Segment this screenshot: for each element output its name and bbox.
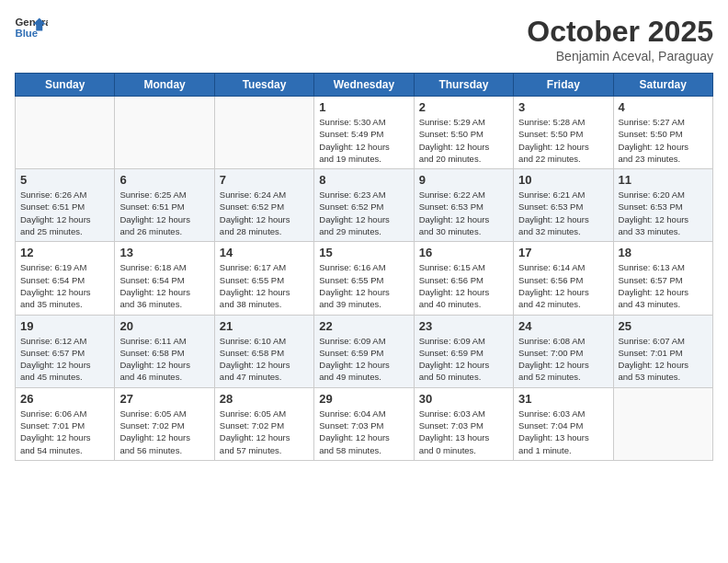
- calendar-cell: 6Sunrise: 6:25 AM Sunset: 6:51 PM Daylig…: [115, 169, 214, 242]
- calendar-cell: 30Sunrise: 6:03 AM Sunset: 7:03 PM Dayli…: [414, 387, 513, 460]
- day-number: 9: [419, 173, 508, 187]
- day-number: 18: [619, 246, 708, 259]
- day-number: 13: [119, 246, 209, 259]
- calendar-cell: 5Sunrise: 6:26 AM Sunset: 6:51 PM Daylig…: [16, 169, 115, 242]
- calendar-cell: 29Sunrise: 6:04 AM Sunset: 7:03 PM Dayli…: [314, 387, 414, 460]
- calendar-cell: [16, 97, 115, 169]
- day-info: Sunrise: 6:03 AM Sunset: 7:03 PM Dayligh…: [419, 408, 508, 456]
- day-info: Sunrise: 6:13 AM Sunset: 6:57 PM Dayligh…: [619, 261, 708, 310]
- weekday-header-saturday: Saturday: [613, 74, 712, 97]
- calendar-cell: [115, 97, 214, 169]
- weekday-header-sunday: Sunday: [16, 74, 115, 97]
- calendar-cell: 7Sunrise: 6:24 AM Sunset: 6:52 PM Daylig…: [214, 169, 313, 242]
- weekday-header-tuesday: Tuesday: [214, 74, 313, 97]
- calendar-cell: 11Sunrise: 6:20 AM Sunset: 6:53 PM Dayli…: [613, 169, 712, 242]
- day-info: Sunrise: 6:21 AM Sunset: 6:53 PM Dayligh…: [518, 189, 608, 237]
- day-number: 6: [119, 173, 209, 187]
- day-info: Sunrise: 5:28 AM Sunset: 5:50 PM Dayligh…: [518, 116, 608, 165]
- calendar-cell: 21Sunrise: 6:10 AM Sunset: 6:58 PM Dayli…: [214, 315, 313, 387]
- calendar-cell: 4Sunrise: 5:27 AM Sunset: 5:50 PM Daylig…: [613, 97, 712, 169]
- calendar-cell: 26Sunrise: 6:06 AM Sunset: 7:01 PM Dayli…: [16, 387, 115, 460]
- day-info: Sunrise: 6:16 AM Sunset: 6:55 PM Dayligh…: [319, 261, 408, 310]
- day-number: 10: [518, 173, 608, 187]
- day-number: 7: [220, 173, 309, 187]
- calendar-cell: 22Sunrise: 6:09 AM Sunset: 6:59 PM Dayli…: [314, 315, 414, 387]
- day-number: 3: [518, 100, 608, 114]
- day-number: 29: [319, 392, 408, 406]
- day-info: Sunrise: 6:23 AM Sunset: 6:52 PM Dayligh…: [319, 189, 408, 237]
- calendar-cell: 19Sunrise: 6:12 AM Sunset: 6:57 PM Dayli…: [16, 315, 115, 387]
- day-number: 17: [518, 246, 608, 259]
- day-info: Sunrise: 6:17 AM Sunset: 6:55 PM Dayligh…: [220, 261, 309, 310]
- calendar-cell: 8Sunrise: 6:23 AM Sunset: 6:52 PM Daylig…: [314, 169, 414, 242]
- day-info: Sunrise: 6:05 AM Sunset: 7:02 PM Dayligh…: [119, 408, 209, 456]
- calendar-cell: 14Sunrise: 6:17 AM Sunset: 6:55 PM Dayli…: [214, 242, 313, 315]
- day-info: Sunrise: 6:09 AM Sunset: 6:59 PM Dayligh…: [319, 335, 408, 384]
- day-number: 31: [518, 392, 608, 406]
- day-info: Sunrise: 6:25 AM Sunset: 6:51 PM Dayligh…: [119, 189, 209, 237]
- month-title: October 2025: [527, 15, 713, 49]
- day-number: 26: [20, 392, 109, 406]
- day-number: 23: [419, 319, 508, 333]
- calendar-cell: 2Sunrise: 5:29 AM Sunset: 5:50 PM Daylig…: [414, 97, 513, 169]
- day-info: Sunrise: 6:26 AM Sunset: 6:51 PM Dayligh…: [20, 189, 109, 237]
- day-number: 5: [20, 173, 109, 187]
- week-row-5: 26Sunrise: 6:06 AM Sunset: 7:01 PM Dayli…: [16, 387, 713, 460]
- day-info: Sunrise: 6:14 AM Sunset: 6:56 PM Dayligh…: [518, 261, 608, 310]
- day-info: Sunrise: 6:10 AM Sunset: 6:58 PM Dayligh…: [220, 335, 309, 384]
- day-number: 22: [319, 319, 408, 333]
- day-info: Sunrise: 5:29 AM Sunset: 5:50 PM Dayligh…: [419, 116, 508, 165]
- logo-icon: General Blue: [15, 15, 48, 40]
- day-info: Sunrise: 6:05 AM Sunset: 7:02 PM Dayligh…: [220, 408, 309, 456]
- day-number: 11: [619, 173, 708, 187]
- day-info: Sunrise: 6:04 AM Sunset: 7:03 PM Dayligh…: [319, 408, 408, 456]
- day-number: 27: [119, 392, 209, 406]
- calendar-cell: 17Sunrise: 6:14 AM Sunset: 6:56 PM Dayli…: [514, 242, 613, 315]
- day-info: Sunrise: 6:19 AM Sunset: 6:54 PM Dayligh…: [20, 261, 109, 310]
- day-number: 4: [619, 100, 708, 114]
- day-info: Sunrise: 6:08 AM Sunset: 7:00 PM Dayligh…: [518, 335, 608, 384]
- day-number: 14: [220, 246, 309, 259]
- calendar-cell: 15Sunrise: 6:16 AM Sunset: 6:55 PM Dayli…: [314, 242, 414, 315]
- day-info: Sunrise: 6:18 AM Sunset: 6:54 PM Dayligh…: [119, 261, 209, 310]
- day-number: 28: [220, 392, 309, 406]
- day-info: Sunrise: 6:24 AM Sunset: 6:52 PM Dayligh…: [220, 189, 309, 237]
- calendar-cell: 9Sunrise: 6:22 AM Sunset: 6:53 PM Daylig…: [414, 169, 513, 242]
- day-number: 19: [20, 319, 109, 333]
- day-info: Sunrise: 6:12 AM Sunset: 6:57 PM Dayligh…: [20, 335, 109, 384]
- week-row-4: 19Sunrise: 6:12 AM Sunset: 6:57 PM Dayli…: [16, 315, 713, 387]
- calendar-cell: 16Sunrise: 6:15 AM Sunset: 6:56 PM Dayli…: [414, 242, 513, 315]
- svg-text:Blue: Blue: [16, 28, 39, 39]
- weekday-header-monday: Monday: [115, 74, 214, 97]
- day-info: Sunrise: 6:15 AM Sunset: 6:56 PM Dayligh…: [419, 261, 508, 310]
- calendar-cell: 28Sunrise: 6:05 AM Sunset: 7:02 PM Dayli…: [214, 387, 313, 460]
- day-number: 1: [319, 100, 408, 114]
- calendar-cell: [214, 97, 313, 169]
- day-number: 30: [419, 392, 508, 406]
- day-info: Sunrise: 5:27 AM Sunset: 5:50 PM Dayligh…: [619, 116, 708, 165]
- calendar-cell: 25Sunrise: 6:07 AM Sunset: 7:01 PM Dayli…: [613, 315, 712, 387]
- week-row-1: 1Sunrise: 5:30 AM Sunset: 5:49 PM Daylig…: [16, 97, 713, 169]
- calendar-cell: [613, 387, 712, 460]
- day-info: Sunrise: 6:11 AM Sunset: 6:58 PM Dayligh…: [119, 335, 209, 384]
- weekday-header-wednesday: Wednesday: [314, 74, 414, 97]
- weekday-header-row: SundayMondayTuesdayWednesdayThursdayFrid…: [16, 74, 713, 97]
- calendar-cell: 31Sunrise: 6:03 AM Sunset: 7:04 PM Dayli…: [514, 387, 613, 460]
- calendar-table: SundayMondayTuesdayWednesdayThursdayFrid…: [15, 73, 713, 461]
- day-number: 25: [619, 319, 708, 333]
- logo: General Blue: [15, 15, 48, 40]
- day-number: 16: [419, 246, 508, 259]
- header: General Blue October 2025 Benjamin Aceva…: [15, 15, 713, 63]
- calendar-cell: 12Sunrise: 6:19 AM Sunset: 6:54 PM Dayli…: [16, 242, 115, 315]
- day-info: Sunrise: 6:07 AM Sunset: 7:01 PM Dayligh…: [619, 335, 708, 384]
- day-number: 24: [518, 319, 608, 333]
- day-number: 2: [419, 100, 508, 114]
- day-info: Sunrise: 6:06 AM Sunset: 7:01 PM Dayligh…: [20, 408, 109, 456]
- calendar-cell: 24Sunrise: 6:08 AM Sunset: 7:00 PM Dayli…: [514, 315, 613, 387]
- calendar-cell: 10Sunrise: 6:21 AM Sunset: 6:53 PM Dayli…: [514, 169, 613, 242]
- day-number: 15: [319, 246, 408, 259]
- weekday-header-thursday: Thursday: [414, 74, 513, 97]
- day-info: Sunrise: 6:20 AM Sunset: 6:53 PM Dayligh…: [619, 189, 708, 237]
- day-number: 20: [119, 319, 209, 333]
- day-info: Sunrise: 5:30 AM Sunset: 5:49 PM Dayligh…: [319, 116, 408, 165]
